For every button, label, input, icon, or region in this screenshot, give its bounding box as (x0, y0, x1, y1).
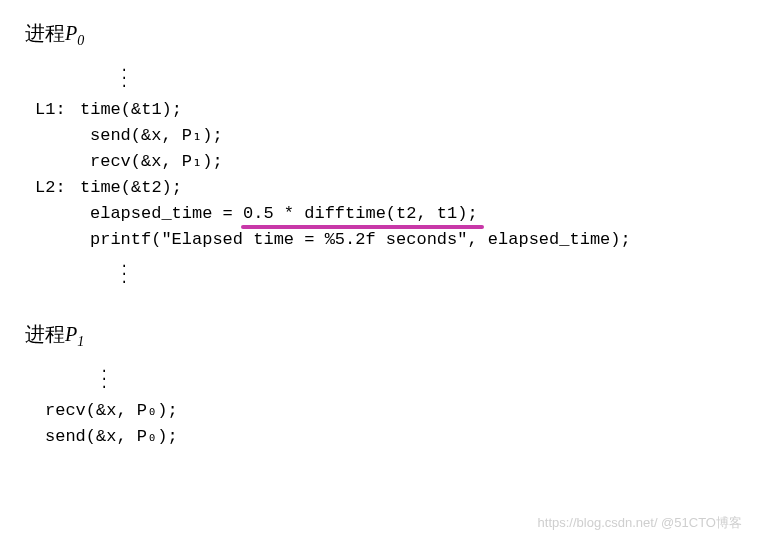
vertical-ellipsis-icon: ... (120, 253, 735, 293)
code-text: time(&t1); (80, 100, 182, 119)
label-l2: L2: (35, 175, 80, 201)
code-line: printf("Elapsed time = %5.2f seconds", e… (90, 227, 735, 253)
heading-var: P (65, 323, 77, 345)
code-line: send(&x, P₀); (45, 424, 735, 450)
process-p0-heading: 进程P0 (25, 20, 735, 49)
heading-sub: 1 (77, 334, 84, 349)
code-text: recv(&x, P₁); (90, 152, 223, 171)
heading-sub: 0 (77, 33, 84, 48)
code-text: printf("Elapsed time = %5.2f seconds", e… (90, 230, 631, 249)
code-text: recv(&x, P₀); (45, 401, 178, 420)
code-text: elapsed_time = (90, 204, 243, 223)
heading-prefix: 进程 (25, 22, 65, 44)
highlighted-underline: 0.5 * difftime(t2, t1); (243, 201, 478, 227)
code-line: recv(&x, P₀); (45, 398, 735, 424)
process-p1-heading: 进程P1 (25, 321, 735, 350)
code-line: L2:time(&t2); (35, 175, 735, 201)
vertical-ellipsis-icon: ... (120, 57, 735, 97)
heading-prefix: 进程 (25, 323, 65, 345)
heading-var: P (65, 22, 77, 44)
p1-code-block: recv(&x, P₀); send(&x, P₀); (45, 398, 735, 450)
code-line: send(&x, P₁); (90, 123, 735, 149)
p0-code-block: L1:time(&t1); send(&x, P₁); recv(&x, P₁)… (35, 97, 735, 253)
label-l1: L1: (35, 97, 80, 123)
code-text: send(&x, P₀); (45, 427, 178, 446)
code-text: send(&x, P₁); (90, 126, 223, 145)
code-line: L1:time(&t1); (35, 97, 735, 123)
code-text: 0.5 * difftime(t2, t1); (243, 204, 478, 223)
watermark-text: https://blog.csdn.net/ @51CTO博客 (538, 514, 742, 532)
vertical-ellipsis-icon: ... (100, 358, 735, 398)
code-text: time(&t2); (80, 178, 182, 197)
code-line: elapsed_time = 0.5 * difftime(t2, t1); (90, 201, 735, 227)
code-line: recv(&x, P₁); (90, 149, 735, 175)
